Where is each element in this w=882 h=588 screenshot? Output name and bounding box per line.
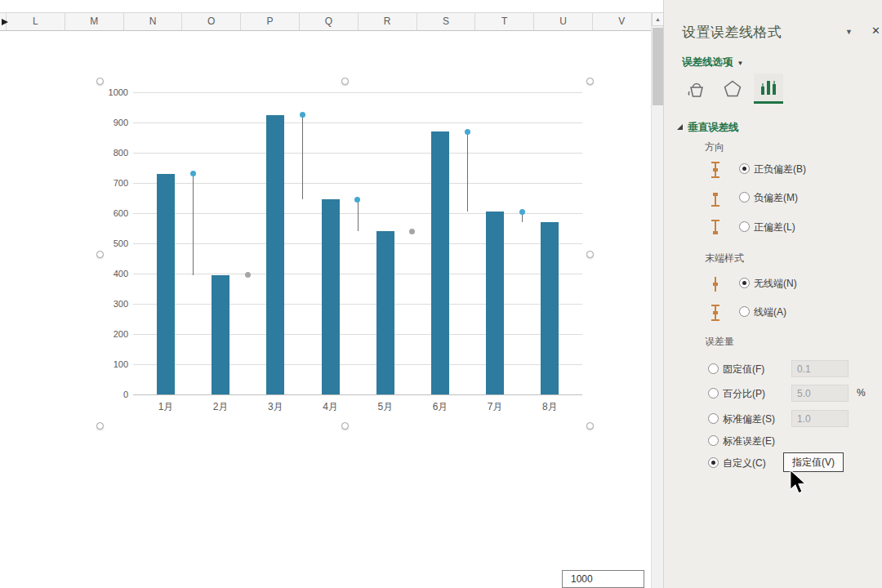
- x-axis-label-8月: 8月: [532, 400, 568, 414]
- option-custom[interactable]: 自定义(C) 指定值(V): [664, 454, 882, 474]
- scatter-point[interactable]: [354, 197, 360, 203]
- x-axis-label-3月: 3月: [257, 400, 293, 414]
- end-style-label: 末端样式: [705, 252, 744, 265]
- tab-error-bar-chart-options[interactable]: [754, 74, 783, 104]
- gridline: [133, 364, 582, 365]
- error-bar-line[interactable]: [302, 115, 303, 200]
- option-label[interactable]: 正偏差(L): [754, 220, 795, 234]
- radio-standard-deviation[interactable]: [708, 413, 719, 424]
- gridline: [133, 183, 582, 184]
- radio-cap[interactable]: [739, 306, 750, 317]
- column-header-S[interactable]: S: [417, 13, 476, 30]
- gridline: [133, 274, 582, 274]
- error-bar-line[interactable]: [467, 131, 468, 212]
- column-header-L[interactable]: L: [7, 13, 65, 30]
- vertical-scrollbar[interactable]: ▲: [651, 12, 663, 588]
- error-bar-options-selector[interactable]: 误差线选项▼: [682, 56, 743, 69]
- pentagon-icon: [722, 78, 743, 100]
- x-axis-label-4月: 4月: [313, 400, 349, 414]
- x-axis-label-6月: 6月: [422, 400, 458, 414]
- column-header-V[interactable]: V: [593, 13, 652, 30]
- column-header-N[interactable]: N: [124, 13, 183, 30]
- pane-title: 设置误差线格式: [682, 23, 782, 42]
- radio-minus-deviation[interactable]: [739, 192, 750, 203]
- radio-no-cap[interactable]: [739, 278, 750, 288]
- x-axis-line: [133, 394, 582, 395]
- column-header-T[interactable]: T: [475, 13, 534, 30]
- option-label[interactable]: 标准偏差(S): [723, 412, 775, 426]
- worksheet[interactable]: LMNOPQRSTUV 0100200300400500600700800900…: [0, 0, 651, 588]
- y-axis-tick-label: 400: [100, 269, 128, 278]
- vertical-error-bar-label: 垂直误差线: [688, 122, 739, 133]
- radio-custom[interactable]: [708, 457, 719, 468]
- y-axis-tick-label: 600: [100, 208, 128, 218]
- minus-deviation-icon: [710, 189, 721, 207]
- scatter-point[interactable]: [190, 171, 196, 176]
- scatter-point[interactable]: [465, 129, 470, 135]
- option-standard-error[interactable]: 标准误差(E): [664, 432, 882, 452]
- gridline: [133, 92, 582, 93]
- scatter-point[interactable]: [519, 209, 525, 215]
- option-cap[interactable]: 线端(A): [664, 303, 882, 323]
- floating-cell[interactable]: 1000: [562, 570, 644, 588]
- error-bar-line[interactable]: [193, 174, 194, 275]
- scroll-up-button[interactable]: ▲: [652, 12, 664, 26]
- scatter-point[interactable]: [409, 229, 415, 234]
- option-label[interactable]: 自定义(C): [723, 457, 766, 470]
- y-axis-tick-label: 1000: [100, 87, 128, 97]
- option-label[interactable]: 固定值(F): [723, 363, 764, 376]
- x-axis-label-7月: 7月: [477, 400, 513, 414]
- scatter-point[interactable]: [300, 112, 305, 118]
- tab-effects[interactable]: [718, 74, 747, 104]
- cell-value: 1000: [571, 573, 593, 585]
- bar-4月[interactable]: [322, 199, 340, 394]
- bar-3月[interactable]: [266, 115, 284, 394]
- option-label[interactable]: 百分比(P): [723, 387, 765, 401]
- bar-2月[interactable]: [212, 275, 229, 394]
- close-icon[interactable]: ✕: [871, 24, 880, 37]
- option-label[interactable]: 标准误差(E): [723, 434, 775, 448]
- bar-5月[interactable]: [376, 231, 394, 394]
- radio-both-deviation[interactable]: [739, 163, 750, 174]
- scrollbar-thumb[interactable]: [653, 28, 663, 105]
- radio-plus-deviation[interactable]: [739, 221, 750, 232]
- option-both-deviation[interactable]: 正负偏差(B): [664, 160, 882, 180]
- option-fixed-value[interactable]: 固定值(F): [664, 360, 882, 380]
- option-no-cap[interactable]: 无线端(N): [664, 274, 882, 294]
- scatter-point[interactable]: [245, 272, 251, 278]
- option-percentage[interactable]: 百分比(P) %: [664, 385, 882, 404]
- column-header-Q[interactable]: Q: [300, 13, 359, 30]
- radio-standard-error[interactable]: [708, 435, 719, 446]
- bar-8月[interactable]: [541, 222, 559, 394]
- standard-deviation-input[interactable]: [791, 410, 849, 427]
- option-label[interactable]: 正负偏差(B): [754, 163, 806, 176]
- option-standard-deviation[interactable]: 标准偏差(S): [664, 410, 882, 430]
- column-header-R[interactable]: R: [359, 13, 417, 30]
- bar-1月[interactable]: [157, 174, 175, 394]
- radio-percentage[interactable]: [708, 388, 719, 399]
- column-header-M[interactable]: M: [65, 13, 124, 30]
- bar-6月[interactable]: [431, 131, 449, 394]
- chart-object[interactable]: 010020030040050060070080090010001月2月3月4月…: [100, 82, 590, 427]
- option-label[interactable]: 线端(A): [754, 305, 786, 319]
- x-axis-label-5月: 5月: [368, 400, 403, 414]
- column-header-O[interactable]: O: [182, 13, 241, 30]
- chevron-down-icon: ▼: [737, 60, 744, 67]
- column-header-P[interactable]: P: [241, 13, 300, 30]
- percentage-input[interactable]: [791, 385, 849, 402]
- column-header-U[interactable]: U: [534, 13, 593, 30]
- tab-fill-line[interactable]: [682, 74, 711, 104]
- error-bar-line[interactable]: [358, 199, 359, 231]
- bar-7月[interactable]: [486, 212, 504, 394]
- option-label[interactable]: 无线端(N): [754, 277, 797, 291]
- fixed-value-input[interactable]: [791, 360, 849, 377]
- option-plus-deviation[interactable]: 正偏差(L): [664, 218, 882, 238]
- option-minus-deviation[interactable]: 负偏差(M): [664, 189, 882, 208]
- option-label[interactable]: 负偏差(M): [754, 191, 798, 205]
- pane-title-dropdown-icon[interactable]: ▼: [845, 28, 853, 36]
- radio-fixed-value[interactable]: [708, 363, 719, 374]
- x-axis-label-2月: 2月: [203, 400, 238, 414]
- vertical-error-bar-group[interactable]: 垂直误差线: [677, 121, 739, 135]
- mouse-cursor-icon: [789, 469, 808, 498]
- x-axis-label-1月: 1月: [148, 400, 184, 414]
